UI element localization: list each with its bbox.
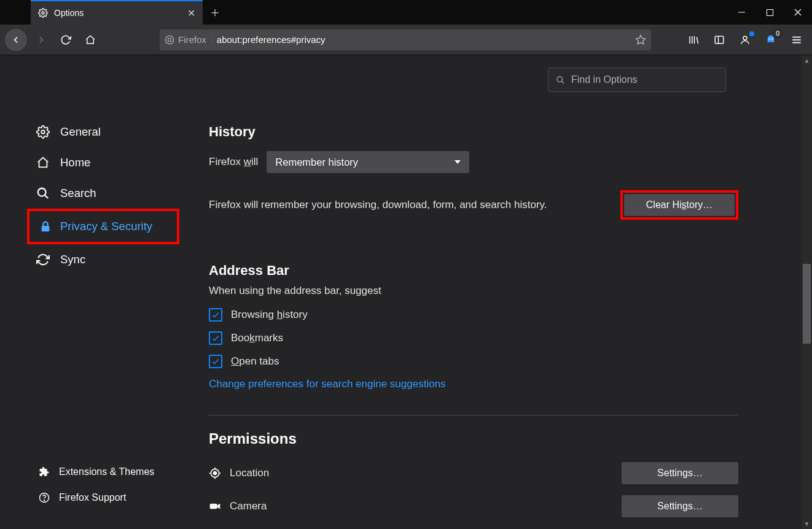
camera-settings-button[interactable]: Settings…: [622, 495, 738, 517]
svg-point-20: [41, 130, 45, 134]
svg-point-6: [168, 38, 171, 41]
checkbox-browsing-history[interactable]: Browsing history: [209, 308, 738, 322]
close-tab-icon[interactable]: ✕: [187, 7, 195, 19]
svg-point-5: [165, 36, 173, 44]
permission-camera-row: Camera Settings…: [209, 495, 738, 517]
checkbox-label: Browsing history: [231, 309, 308, 321]
gear-icon: [38, 8, 48, 18]
svg-point-29: [214, 472, 217, 475]
sidebar-item-general[interactable]: General: [0, 117, 184, 147]
toolbar-right: 0: [683, 29, 807, 50]
clear-history-highlight: Clear History…: [620, 190, 738, 220]
account-icon[interactable]: [735, 29, 755, 50]
reload-button[interactable]: [55, 29, 76, 50]
gear-icon: [36, 125, 50, 139]
close-window-button[interactable]: [784, 0, 812, 25]
sidebar-item-home[interactable]: Home: [0, 147, 184, 178]
permission-label: Location: [230, 467, 269, 479]
sidebar-item-label: General: [60, 125, 101, 139]
new-tab-button[interactable]: ＋: [203, 0, 227, 25]
history-mode-row: Firefox will Remember history: [209, 151, 738, 173]
location-settings-button[interactable]: Settings…: [622, 462, 738, 484]
location-icon: [209, 467, 221, 479]
sidebar-item-label: Privacy & Security: [60, 220, 152, 233]
puzzle-icon: [37, 466, 52, 477]
identity-box[interactable]: Firefox: [165, 34, 212, 45]
svg-marker-7: [636, 35, 646, 44]
tab-title: Options: [54, 8, 84, 18]
sidebar-item-label: Sync: [60, 253, 85, 266]
checkbox-icon: [209, 308, 222, 322]
find-in-options[interactable]: Find in Options: [548, 68, 726, 92]
firefox-will-label: Firefox will: [209, 156, 258, 168]
divider: [209, 415, 738, 415]
history-mode-dropdown[interactable]: Remember history: [267, 151, 469, 173]
svg-rect-12: [715, 36, 724, 44]
search-placeholder: Find in Options: [571, 74, 638, 85]
sidebar-item-label: Home: [60, 156, 90, 169]
browser-tab[interactable]: Options ✕: [31, 0, 203, 25]
sync-icon: [36, 253, 50, 266]
sidebar-toggle-icon[interactable]: [709, 29, 730, 50]
svg-line-27: [561, 81, 564, 83]
help-icon: [37, 492, 52, 503]
checkbox-icon: [209, 355, 222, 368]
camera-icon: [209, 500, 221, 512]
sidebar-item-extensions[interactable]: Extensions & Themes: [0, 459, 184, 485]
dropdown-value: Remember history: [275, 156, 358, 168]
scroll-up-arrow[interactable]: ▲: [802, 55, 812, 66]
checkbox-label: Bookmarks: [231, 332, 283, 344]
svg-point-15: [769, 38, 770, 39]
sidebar-item-label: Search: [60, 187, 96, 200]
permission-label: Camera: [230, 500, 267, 512]
svg-point-14: [743, 36, 747, 40]
history-heading: History: [209, 124, 738, 140]
svg-marker-35: [217, 504, 220, 509]
minimize-button[interactable]: [727, 0, 755, 25]
scroll-down-arrow[interactable]: ▼: [802, 519, 812, 529]
back-button[interactable]: [5, 29, 27, 51]
sidebar-item-label: Extensions & Themes: [59, 466, 154, 477]
home-icon: [36, 156, 50, 169]
sidebar-item-search[interactable]: Search: [0, 178, 184, 209]
svg-point-26: [557, 76, 563, 82]
checkbox-bookmarks[interactable]: Bookmarks: [209, 331, 738, 345]
checkbox-open-tabs[interactable]: Open tabs: [209, 355, 738, 368]
address-bar-subtext: When using the address bar, suggest: [209, 285, 738, 297]
menu-button[interactable]: [786, 29, 807, 50]
titlebar: Options ✕ ＋: [0, 0, 812, 25]
svg-point-16: [771, 38, 773, 39]
svg-rect-23: [42, 226, 50, 231]
sidebar-item-support[interactable]: Firefox Support: [0, 485, 184, 511]
ghostery-icon[interactable]: 0: [760, 29, 781, 50]
forward-button[interactable]: [31, 29, 52, 50]
scrollbar-vertical[interactable]: ▲ ▼: [802, 55, 812, 529]
bookmark-star-icon[interactable]: [635, 34, 646, 45]
scrollbar-thumb[interactable]: [803, 264, 811, 344]
svg-line-11: [697, 37, 698, 44]
maximize-button[interactable]: [755, 0, 784, 25]
identity-label: Firefox: [178, 34, 206, 45]
history-description: Firefox will remember your browsing, dow…: [209, 199, 547, 211]
checkbox-label: Open tabs: [231, 355, 279, 368]
search-suggestions-link[interactable]: Change preferences for search engine sug…: [209, 378, 738, 390]
permissions-heading: Permissions: [209, 430, 738, 447]
content: General Home Search Privacy & Security S…: [0, 55, 812, 529]
sidebar-footer: Extensions & Themes Firefox Support: [0, 459, 184, 529]
library-icon[interactable]: [683, 29, 704, 50]
svg-point-25: [44, 500, 44, 501]
sidebar-item-label: Firefox Support: [59, 492, 126, 503]
permission-location-row: Location Settings…: [209, 462, 738, 484]
navbar: Firefox about:preferences#privacy 0: [0, 25, 812, 55]
lock-icon: [38, 220, 53, 233]
sidebar-item-privacy[interactable]: Privacy & Security: [27, 209, 179, 244]
home-button[interactable]: [80, 29, 101, 50]
sidebar-item-sync[interactable]: Sync: [0, 244, 184, 275]
url-bar[interactable]: Firefox about:preferences#privacy: [160, 29, 651, 50]
clear-history-button[interactable]: Clear History…: [624, 194, 735, 216]
svg-line-22: [45, 195, 49, 199]
checkbox-icon: [209, 331, 222, 345]
svg-point-0: [42, 12, 44, 14]
search-icon: [36, 187, 50, 200]
ghostery-badge-count: 0: [773, 29, 783, 37]
